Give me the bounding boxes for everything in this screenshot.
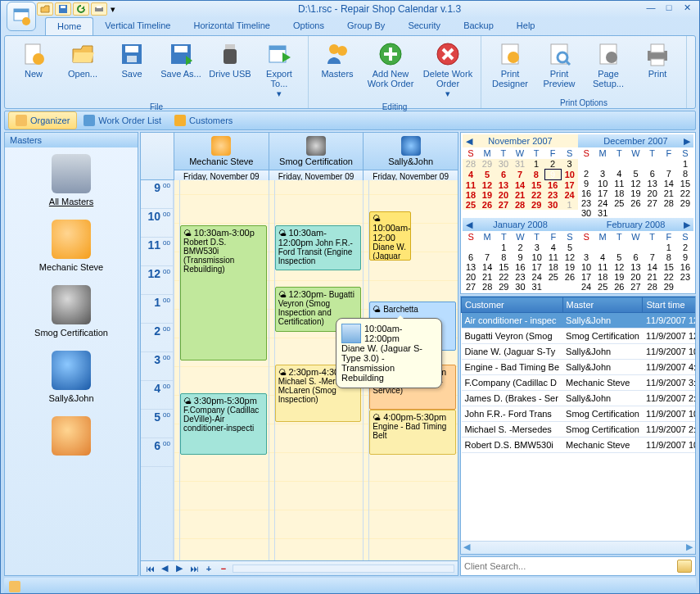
master-mechanic-steve[interactable]: Mechanic Steve (5, 213, 138, 279)
col-start[interactable]: Start time (643, 297, 696, 313)
master-smog-cert[interactable]: Smog Certification (5, 279, 138, 344)
view-work-order-list[interactable]: Work Order List (77, 112, 168, 129)
search-bar (460, 556, 696, 576)
list-icon (84, 115, 95, 126)
nav-next-icon[interactable]: ▶ (174, 563, 185, 574)
table-row[interactable]: F.Company (Cadillac DMechanic Steve11/9/… (462, 375, 697, 391)
view-organizer[interactable]: Organizer (8, 111, 77, 129)
person-gear-icon (52, 220, 91, 259)
add-work-order-button[interactable]: Add New Work Order (363, 39, 418, 102)
app-menu-button[interactable] (7, 2, 36, 31)
svg-rect-11 (127, 56, 137, 62)
col-customer[interactable]: Customer (462, 297, 563, 313)
calendar-picker: ◀November 2007SMTWTFS2829303112345678910… (460, 132, 696, 294)
master-sally-john[interactable]: Sally&John (5, 344, 138, 410)
svg-rect-6 (97, 6, 102, 8)
search-button-icon[interactable] (677, 560, 692, 573)
master-all[interactable]: All Masters (5, 147, 138, 213)
appointment-tooltip: 10:00am-12:00pm Diane W. (Jaguar S-Type … (336, 318, 442, 388)
new-button[interactable]: New (10, 39, 57, 102)
save-as-button[interactable]: Save As... (157, 39, 205, 102)
table-row[interactable]: Engine - Bad Timing BeSally&John11/9/200… (462, 360, 697, 375)
zoom-in-icon[interactable]: + (203, 564, 215, 574)
table-row[interactable]: Bugatti Veyron (SmogSmog Certification11… (462, 329, 697, 344)
col-master[interactable]: Master (562, 297, 643, 313)
lock-icon[interactable] (9, 581, 20, 592)
print-preview-button[interactable]: Print Preview (535, 39, 583, 97)
table-row[interactable]: James D. (Brakes - SerSally&John11/9/200… (462, 391, 697, 406)
building-icon (52, 154, 91, 193)
organizer-icon (16, 115, 27, 126)
day-column-0[interactable]: 🌤 10:30am-3:00p Robert D.S. BMW530i (Tra… (174, 180, 269, 560)
statusbar (4, 578, 696, 594)
svg-point-8 (33, 53, 44, 65)
ribbon: New Open... Save Save As... Drive USB Ex… (4, 35, 696, 109)
export-to-button[interactable]: Export To... ▾ (255, 39, 303, 102)
master-extra[interactable] (5, 410, 138, 465)
minical-jan[interactable]: ◀January 2008SMTWTFS12345678910111213141… (463, 218, 578, 292)
svg-rect-14 (225, 44, 235, 49)
svg-rect-30 (651, 59, 664, 66)
maximize-button[interactable]: □ (660, 2, 678, 16)
appointment[interactable]: 🌤 10:30am-12:00pm John F.R.- Ford Transi… (275, 225, 362, 270)
close-button[interactable]: ✕ (678, 2, 696, 16)
table-row[interactable]: John F.R.- Ford TransSmog Certification1… (462, 406, 697, 422)
zoom-out-icon[interactable]: − (218, 564, 229, 574)
quick-open-icon[interactable] (37, 2, 53, 16)
quick-print-icon[interactable] (91, 2, 107, 16)
nav-prev-icon[interactable]: ◀ (159, 563, 170, 574)
tab-backup[interactable]: Backup (452, 17, 505, 35)
table-row[interactable]: Air conditioner - inspecSally&John11/9/2… (462, 313, 697, 329)
view-customers[interactable]: Customers (168, 112, 239, 129)
exit-button[interactable]: Exit (692, 39, 700, 97)
quick-refresh-icon[interactable] (73, 2, 89, 16)
tab-help[interactable]: Help (505, 17, 547, 35)
customers-icon (174, 115, 186, 126)
masters-header: Masters (5, 133, 138, 147)
schedule-footer: ⏮ ◀ ▶ ⏭ + − (141, 560, 458, 575)
quick-save-icon[interactable] (55, 2, 71, 16)
svg-rect-4 (61, 6, 65, 8)
search-input[interactable] (464, 561, 677, 571)
open-button[interactable]: Open... (59, 39, 106, 102)
table-row[interactable]: Michael S. -MersedesSmog Certification11… (462, 422, 697, 438)
delete-work-order-button[interactable]: Delete Work Order ▾ (420, 39, 476, 102)
tab-vertical-timeline[interactable]: Vertical Timeline (93, 17, 182, 35)
tab-group-by[interactable]: Group By (336, 17, 396, 35)
tab-horizontal-timeline[interactable]: Horizontal Timeline (182, 17, 282, 35)
table-row[interactable]: Diane W. (Jaguar S-TySally&John11/9/2007… (462, 344, 697, 360)
appointment[interactable]: 🌤 3:30pm-5:30pm F.Company (Cadillac DeVi… (180, 393, 267, 455)
masters-button[interactable]: Masters (314, 39, 361, 102)
minical-dec[interactable]: December 2007▶SMTWTFS1234567891011121314… (578, 134, 693, 218)
person-icon (52, 416, 91, 456)
calendar-icon (341, 324, 361, 343)
page-setup-button[interactable]: Page Setup... (585, 39, 632, 97)
svg-point-23 (508, 52, 519, 63)
appointment[interactable]: 🌤 10:30am-3:00p Robert D.S. BMW530i (Tra… (180, 225, 267, 360)
svg-point-18 (329, 44, 339, 54)
nav-last-icon[interactable]: ⏭ (188, 564, 200, 574)
tab-options[interactable]: Options (282, 17, 336, 35)
h-scrollbar[interactable] (233, 565, 454, 573)
minical-nov[interactable]: ◀November 2007SMTWTFS2829303112345678910… (463, 134, 578, 218)
save-button[interactable]: Save (108, 39, 156, 102)
gauge-icon (306, 136, 326, 156)
tab-home[interactable]: Home (45, 17, 93, 35)
appointment[interactable]: 🌤 10:00am-12:00 Diane W. (Jaguar S-Type … (369, 211, 410, 261)
col-header-0: Mechanic Steve (189, 156, 253, 166)
viewbar: Organizer Work Order List Customers (4, 111, 696, 130)
print-designer-button[interactable]: Print Designer (486, 39, 534, 97)
minical-feb[interactable]: February 2008▶SMTWTFS1234567891011121314… (578, 218, 693, 292)
grid-scrollbar[interactable]: ◀ ▶ (461, 541, 695, 554)
minimize-button[interactable]: — (642, 2, 660, 16)
table-row[interactable]: Robert D.S. BMW530iMechanic Steve11/9/20… (462, 438, 697, 453)
quick-dropdown-icon[interactable]: ▾ (109, 2, 117, 16)
nav-first-icon[interactable]: ⏮ (144, 564, 156, 574)
svg-point-27 (606, 52, 617, 63)
col-header-1: Smog Certification (279, 156, 353, 166)
drive-usb-button[interactable]: Drive USB (206, 39, 254, 102)
appointment[interactable]: 🌤 4:00pm-5:30pm Engine - Bad Timing Belt (369, 410, 456, 455)
tab-security[interactable]: Security (396, 17, 452, 35)
print-button[interactable]: Print (634, 39, 681, 97)
svg-rect-10 (125, 46, 138, 52)
